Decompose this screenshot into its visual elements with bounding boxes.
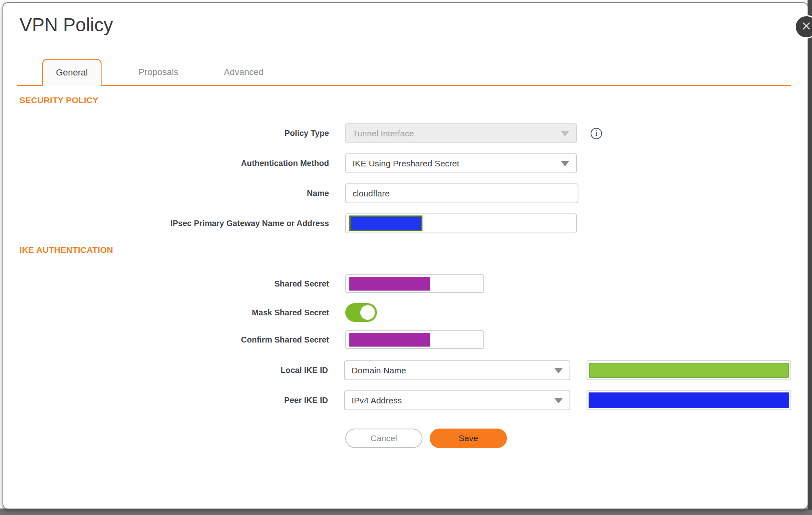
shared-secret-redaction-block [349, 277, 430, 291]
name-label: Name [19, 189, 329, 198]
policy-type-row: Policy Type Tunnel Interface i [19, 123, 791, 143]
policy-type-label: Policy Type [19, 129, 329, 138]
name-input[interactable] [346, 189, 578, 198]
section-heading-security-policy: SECURITY POLICY [19, 95, 791, 106]
section-heading-ike-authentication: IKE AUTHENTICATION [19, 244, 791, 256]
security-policy-fields: Policy Type Tunnel Interface i Authentic… [19, 123, 791, 233]
gateway-input[interactable] [345, 213, 577, 233]
local-ike-id-label: Local IKE ID [19, 366, 328, 375]
vpn-policy-dialog: VPN Policy General Proposals Advanced SE… [2, 2, 808, 509]
chevron-down-icon [561, 131, 569, 136]
tab-bar: General Proposals Advanced [17, 59, 791, 86]
confirm-shared-secret-input[interactable] [345, 330, 484, 349]
peer-ike-id-redaction-block [589, 392, 789, 408]
local-ike-id-select[interactable]: Domain Name [344, 360, 570, 380]
chevron-down-icon [561, 161, 569, 166]
chevron-down-icon [554, 398, 563, 403]
peer-ike-id-row: Peer IKE ID IPv4 Address [19, 390, 791, 410]
gateway-label: IPsec Primary Gateway Name or Address [19, 219, 329, 228]
ike-authentication-fields: Shared Secret Mask Shared Secret Confirm… [19, 274, 791, 448]
cancel-button[interactable]: Cancel [345, 429, 422, 448]
peer-ike-id-value: IPv4 Address [351, 396, 402, 405]
confirm-shared-secret-redaction-block [349, 333, 430, 347]
authentication-method-row: Authentication Method IKE Using Preshare… [19, 153, 791, 173]
info-icon-glyph: i [595, 129, 598, 138]
tab-panel-general: SECURITY POLICY Policy Type Tunnel Inter… [3, 95, 808, 448]
mask-shared-secret-toggle[interactable] [345, 303, 377, 322]
confirm-shared-secret-row: Confirm Shared Secret [19, 330, 791, 349]
local-ike-id-redaction-block [589, 363, 789, 378]
modal-backdrop: VPN Policy General Proposals Advanced SE… [0, 0, 812, 515]
tab-general[interactable]: General [42, 59, 102, 86]
local-ike-id-row: Local IKE ID Domain Name [19, 360, 791, 380]
policy-type-select: Tunnel Interface [345, 123, 577, 143]
authentication-method-select[interactable]: IKE Using Preshared Secret [345, 153, 577, 173]
tab-proposals[interactable]: Proposals [128, 59, 189, 85]
mask-shared-secret-label: Mask Shared Secret [19, 308, 329, 317]
confirm-shared-secret-label: Confirm Shared Secret [19, 335, 329, 345]
save-button[interactable]: Save [430, 429, 507, 448]
local-ike-id-input[interactable] [587, 360, 791, 380]
authentication-method-value: IKE Using Preshared Secret [353, 159, 459, 168]
peer-ike-id-select[interactable]: IPv4 Address [344, 390, 570, 410]
policy-type-value: Tunnel Interface [353, 129, 414, 138]
backdrop-bottom-band [0, 509, 812, 515]
shared-secret-input[interactable] [345, 274, 484, 293]
tab-advanced[interactable]: Advanced [213, 59, 274, 85]
shared-secret-label: Shared Secret [19, 279, 329, 289]
info-icon[interactable]: i [591, 128, 602, 139]
tab-gap [189, 59, 213, 85]
gateway-row: IPsec Primary Gateway Name or Address [19, 213, 791, 233]
name-field-box [345, 183, 578, 203]
chevron-down-icon [554, 368, 563, 373]
local-ike-id-value: Domain Name [351, 366, 406, 375]
dialog-title: VPN Policy [19, 13, 808, 36]
dialog-actions: Cancel Save [19, 429, 791, 448]
shared-secret-row: Shared Secret [19, 274, 791, 293]
mask-shared-secret-row: Mask Shared Secret [19, 303, 791, 322]
authentication-method-label: Authentication Method [19, 159, 329, 168]
peer-ike-id-input[interactable] [587, 390, 791, 410]
close-icon [801, 21, 812, 33]
peer-ike-id-label: Peer IKE ID [19, 396, 328, 405]
name-row: Name [19, 183, 791, 203]
gateway-redaction-block [349, 215, 422, 231]
toggle-knob [360, 305, 375, 320]
tab-gap [102, 59, 128, 85]
